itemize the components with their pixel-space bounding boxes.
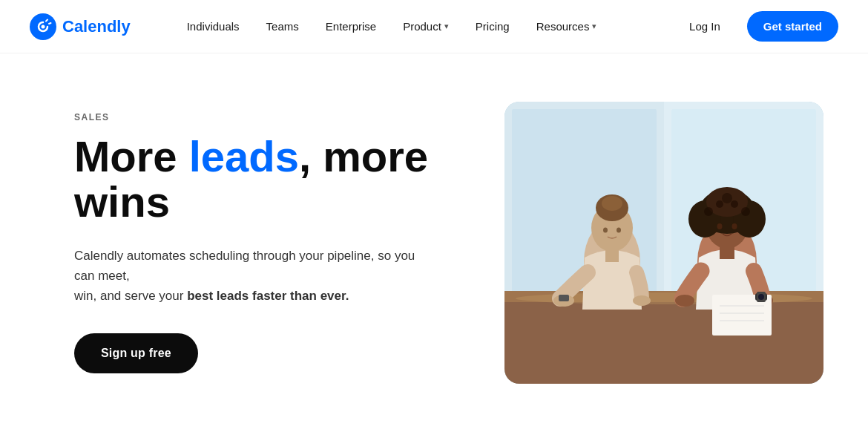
nav-item-product[interactable]: Product ▾ — [391, 14, 461, 39]
svg-point-15 — [603, 228, 608, 233]
get-started-button[interactable]: Get started — [747, 11, 838, 42]
hero-title-plain1: More — [74, 132, 189, 180]
hero-description-line1: Calendly automates scheduling through yo… — [74, 249, 415, 283]
svg-point-32 — [732, 223, 737, 229]
signup-button[interactable]: Sign up free — [74, 333, 198, 373]
nav-actions: Log In Get started — [674, 11, 838, 42]
nav-item-enterprise[interactable]: Enterprise — [314, 14, 388, 39]
svg-point-18 — [633, 295, 651, 306]
svg-point-13 — [602, 196, 622, 211]
svg-point-31 — [717, 223, 723, 229]
hero-title-highlight: leads — [189, 132, 299, 180]
hero-content: SALES More leads, more wins Calendly aut… — [74, 112, 445, 373]
logo[interactable]: Calendly — [30, 13, 131, 40]
svg-point-27 — [731, 200, 738, 208]
svg-point-29 — [722, 193, 732, 203]
hero-description-bold: best leads faster than ever. — [187, 289, 349, 303]
svg-point-28 — [741, 207, 750, 216]
navbar: Calendly Individuals Teams Enterprise Pr… — [0, 0, 868, 53]
nav-links: Individuals Teams Enterprise Product ▾ P… — [175, 14, 674, 39]
nav-item-pricing[interactable]: Pricing — [464, 14, 522, 39]
nav-item-teams[interactable]: Teams — [254, 14, 311, 39]
calendly-logo-icon — [30, 13, 56, 40]
svg-point-25 — [704, 207, 713, 216]
hero-section: SALES More leads, more wins Calendly aut… — [0, 53, 868, 432]
svg-point-33 — [675, 295, 694, 307]
nav-item-resources[interactable]: Resources ▾ — [525, 14, 609, 39]
svg-point-1 — [42, 24, 45, 28]
svg-rect-7 — [504, 295, 823, 384]
svg-point-16 — [617, 228, 621, 233]
svg-point-41 — [758, 294, 764, 300]
resources-chevron-icon: ▾ — [592, 22, 596, 31]
hero-description: Calendly automates scheduling through yo… — [74, 246, 430, 307]
hero-section-label: SALES — [74, 112, 445, 122]
svg-rect-14 — [605, 247, 619, 262]
logo-text: Calendly — [62, 17, 131, 36]
svg-rect-30 — [720, 244, 734, 259]
hero-description-line2: win, and serve your — [74, 289, 187, 303]
hero-illustration — [504, 102, 823, 384]
nav-item-individuals[interactable]: Individuals — [175, 14, 251, 39]
svg-point-26 — [716, 200, 723, 208]
hero-image — [504, 102, 823, 384]
svg-rect-42 — [559, 295, 569, 301]
hero-title: More leads, more wins — [74, 134, 445, 225]
login-button[interactable]: Log In — [674, 13, 735, 40]
product-chevron-icon: ▾ — [444, 22, 449, 31]
